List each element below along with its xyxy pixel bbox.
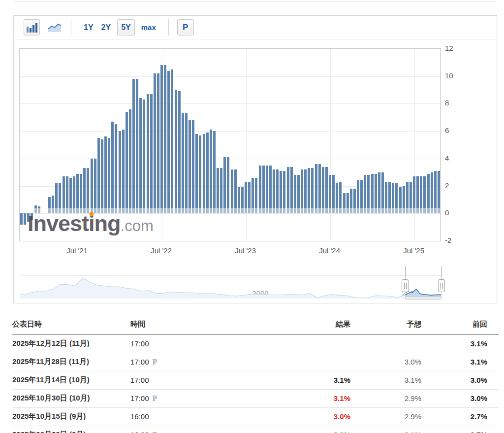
cpi-bar[interactable] [210,130,212,213]
result-value [224,353,350,371]
cpi-bar[interactable] [24,213,26,224]
range-button-2Y[interactable]: 2Y [101,23,111,32]
result-value [224,334,350,353]
cpi-bar[interactable] [76,174,79,214]
cpi-bar[interactable] [147,94,149,213]
cpi-bar[interactable] [189,120,191,213]
y-tick-label: -2 [445,236,466,245]
release-time: 17:00P [130,353,224,371]
cpi-bar[interactable] [381,172,384,214]
y-tick-label: 2 [445,181,466,190]
y-tick-label: 10 [445,71,466,80]
y-tick-label: 6 [445,126,466,135]
cpi-bar[interactable] [301,169,303,213]
cpi-bar[interactable] [223,157,226,213]
cpi-bar[interactable] [97,138,100,213]
cpi-bar[interactable] [164,65,166,213]
cpi-bar[interactable] [119,131,121,213]
cpi-bar[interactable] [206,133,209,213]
cpi-bar[interactable] [273,169,275,213]
cpi-bar[interactable] [322,167,324,214]
gridline-h [20,103,441,104]
cpi-bar[interactable] [136,79,138,213]
cpi-bar[interactable] [231,169,233,213]
navigator-selection-bar[interactable] [405,297,441,300]
cpi-bar[interactable] [304,169,307,213]
cpi-bar[interactable] [154,73,156,213]
cpi-bar[interactable] [220,168,222,213]
preliminary-toggle-button[interactable]: P [177,19,194,35]
navigator-right-handle[interactable] [438,279,445,292]
cpi-bar[interactable] [87,168,89,213]
cpi-bar[interactable] [259,166,261,214]
line-chart-type-button[interactable] [46,19,63,35]
cpi-bar[interactable] [83,168,86,213]
cpi-bar[interactable] [315,164,317,213]
cpi-bar[interactable] [111,122,114,214]
cpi-bar[interactable] [126,112,128,213]
plot-area[interactable]: Investing.com [19,48,441,241]
cpi-bar[interactable] [80,174,82,214]
cpi-bar[interactable] [108,138,110,213]
table-row: 2025年10月15日 (9月)16:003.0%2.9%2.7% [12,408,499,426]
cpi-bar[interactable] [150,94,153,213]
cpi-bar[interactable] [438,171,440,213]
cpi-bar[interactable] [132,79,135,213]
col-forecast: 予想 [350,315,421,334]
cpi-bar[interactable] [195,134,198,214]
cpi-bar[interactable] [143,100,145,213]
cpi-bar[interactable] [431,172,433,214]
range-navigator[interactable]: 198020002020 [20,275,442,300]
cpi-bar[interactable] [283,171,285,213]
cpi-bar[interactable] [371,174,374,214]
cpi-bar[interactable] [262,166,265,214]
range-button-max[interactable]: max [141,23,156,32]
cpi-bar[interactable] [31,213,33,220]
cpi-bar[interactable] [94,159,96,213]
range-button-5Y[interactable]: 5Y [117,19,135,35]
navigator-left-handle[interactable] [402,279,409,292]
cpi-bar[interactable] [427,174,430,214]
cpi-bar[interactable] [175,90,177,214]
cpi-bar[interactable] [280,171,282,213]
cpi-bar[interactable] [122,130,125,213]
cpi-bar[interactable] [182,113,184,213]
cpi-bar[interactable] [227,157,229,213]
cpi-bar[interactable] [325,167,328,214]
release-date: 2025年12月12日 (11月) [12,334,130,353]
cpi-bar[interactable] [101,139,103,213]
cpi-bar[interactable] [167,71,170,214]
cpi-bar[interactable] [192,120,194,213]
cpi-bar[interactable] [185,113,188,213]
cpi-bar[interactable] [318,164,321,213]
bar-chart-type-button[interactable] [24,19,40,35]
cpi-bar[interactable] [276,169,279,213]
cpi-bar[interactable] [378,172,380,214]
cpi-bar[interactable] [115,124,117,213]
forecast-value: 3.0% [350,353,421,371]
cpi-bar[interactable] [290,167,293,214]
cpi-bar[interactable] [199,135,201,214]
cpi-bar[interactable] [375,174,377,214]
cpi-bar[interactable] [217,168,219,213]
cpi-bar[interactable] [171,69,173,214]
cpi-bar[interactable] [104,136,107,213]
cpi-bar[interactable] [269,166,272,214]
cpi-bar[interactable] [27,213,30,222]
cpi-bar[interactable] [234,169,237,213]
cpi-bar[interactable] [287,167,289,214]
cpi-bar[interactable] [203,134,205,214]
cpi-bar[interactable] [266,166,268,214]
cpi-bar[interactable] [129,109,131,214]
cpi-bar[interactable] [308,168,310,213]
cpi-bar[interactable] [139,98,142,213]
cpi-bar[interactable] [20,213,23,224]
range-button-1Y[interactable]: 1Y [84,23,94,32]
cpi-bar[interactable] [91,159,93,213]
cpi-bar[interactable] [311,168,314,213]
cpi-bar[interactable] [213,131,216,213]
cpi-bar[interactable] [157,73,159,213]
cpi-bar[interactable] [178,91,181,213]
cpi-bar[interactable] [160,65,163,213]
cpi-bar[interactable] [434,171,437,213]
